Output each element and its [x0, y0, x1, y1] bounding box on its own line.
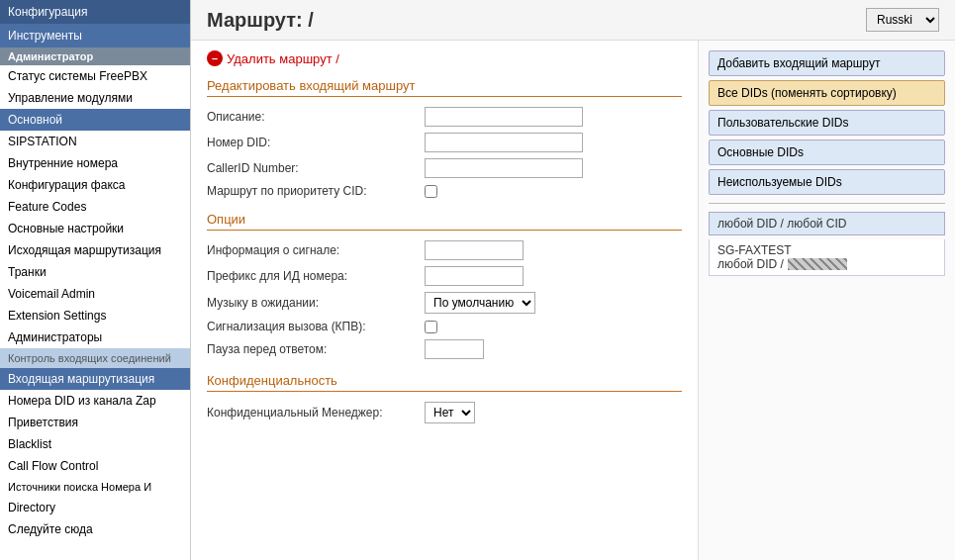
right-panel: Добавить входящий маршрут Все DIDs (поме…	[698, 41, 955, 560]
main-panel: Маршрут: / Russki English – Удалить марш…	[191, 0, 955, 560]
sidebar-item-tools[interactable]: Инструменты	[0, 24, 190, 47]
sidebar-item-blacklist[interactable]: Blacklist	[0, 433, 190, 455]
did-input[interactable]	[425, 133, 583, 152]
all-dids-button[interactable]: Все DIDs (поменять сортировку)	[709, 80, 945, 106]
sidebar-item-zap-did[interactable]: Номера DID из канала Zap	[0, 390, 190, 412]
signal-kpv-row: Сигнализация вызова (КПВ):	[207, 320, 682, 333]
moh-row: Музыку в ожидании: По умолчанию	[207, 292, 682, 314]
page-title: Маршрут: /	[207, 9, 314, 32]
signal-input[interactable]	[425, 240, 524, 260]
callerid-row: CallerID Number:	[207, 158, 682, 178]
privacy-section-title: Конфиденциальность	[207, 373, 682, 392]
description-label: Описание:	[207, 110, 425, 124]
main-dids-button[interactable]: Основные DIDs	[709, 140, 945, 165]
sidebar-item-announcements[interactable]: Приветствия	[0, 412, 190, 433]
sidebar-top: Конфигурация Инструменты	[0, 0, 190, 47]
signal-label: Информация о сигнале:	[207, 243, 425, 257]
signal-kpv-label: Сигнализация вызова (КПВ):	[207, 320, 425, 333]
sidebar-item-inbound-control[interactable]: Контроль входящих соединений	[0, 348, 190, 368]
sidebar-section-admin: Администратор	[0, 47, 190, 65]
sidebar-item-config[interactable]: Конфигурация	[0, 0, 190, 24]
sidebar: Конфигурация Инструменты Администратор С…	[0, 0, 191, 560]
unused-dids-button[interactable]: Неиспользуемые DIDs	[709, 169, 945, 195]
edit-section-title: Редактировать входящий маршрут	[207, 78, 682, 97]
moh-select[interactable]: По умолчанию	[425, 292, 535, 314]
sidebar-item-voicemail[interactable]: Voicemail Admin	[0, 283, 190, 305]
route-item-label: SG-FAXTEST	[717, 243, 792, 257]
signal-row: Информация о сигнале:	[207, 240, 682, 260]
custom-dids-button[interactable]: Пользовательские DIDs	[709, 110, 945, 136]
route-item[interactable]: SG-FAXTEST любой DID /	[709, 239, 945, 276]
sidebar-item-extensions[interactable]: Внутренние номера	[0, 152, 190, 174]
sidebar-item-feature-codes[interactable]: Feature Codes	[0, 196, 190, 218]
sidebar-item-inbound-routing[interactable]: Входящая маршрутизация	[0, 368, 190, 390]
sidebar-item-basic-settings[interactable]: Основные настройки	[0, 218, 190, 239]
prefix-row: Префикс для ИД номера:	[207, 266, 682, 286]
cid-priority-checkbox[interactable]	[425, 185, 437, 198]
pause-label: Пауза перед ответом:	[207, 342, 425, 356]
privacy-manager-label: Конфиденциальный Менеджер:	[207, 406, 425, 420]
route-item-sub: любой DID /	[717, 257, 847, 271]
did-row: Номер DID:	[207, 133, 682, 152]
main-header: Маршрут: / Russki English	[191, 0, 955, 41]
sidebar-item-main[interactable]: Основной	[0, 109, 190, 131]
callerid-label: CallerID Number:	[207, 161, 425, 175]
sidebar-item-outbound-routes[interactable]: Исходящая маршрутизация	[0, 239, 190, 261]
sidebar-item-modules[interactable]: Управление модулями	[0, 87, 190, 109]
moh-label: Музыку в ожидании:	[207, 296, 425, 310]
cid-priority-row: Маршрут по приоритету CID:	[207, 184, 682, 198]
sidebar-item-cid-lookup[interactable]: Источники поиска Номера И	[0, 477, 190, 497]
sidebar-item-sipstation[interactable]: SIPSTATION	[0, 131, 190, 152]
delete-icon: –	[207, 50, 223, 66]
callerid-input[interactable]	[425, 158, 583, 178]
sidebar-item-call-flow[interactable]: Call Flow Control	[0, 455, 190, 477]
panel-divider	[709, 203, 945, 204]
did-label: Номер DID:	[207, 136, 425, 149]
sidebar-item-trunks[interactable]: Транки	[0, 261, 190, 283]
content-area: – Удалить маршрут / Редактировать входящ…	[191, 41, 698, 560]
pause-row: Пауза перед ответом:	[207, 339, 682, 359]
any-did-header: любой DID / любой CID	[709, 212, 945, 235]
privacy-manager-select[interactable]: Нет Да	[425, 402, 475, 423]
main-body: – Удалить маршрут / Редактировать входящ…	[191, 41, 955, 560]
prefix-input[interactable]	[425, 266, 524, 286]
pause-input[interactable]	[425, 339, 484, 359]
options-section-title: Опции	[207, 212, 682, 231]
delete-route-link[interactable]: – Удалить маршрут /	[207, 50, 682, 66]
sidebar-item-fax[interactable]: Конфигурация факса	[0, 174, 190, 196]
privacy-manager-row: Конфиденциальный Менеджер: Нет Да	[207, 402, 682, 423]
description-input[interactable]	[425, 107, 583, 127]
sidebar-item-follow-me[interactable]: Следуйте сюда	[0, 518, 190, 540]
description-row: Описание:	[207, 107, 682, 127]
sidebar-item-admins[interactable]: Администраторы	[0, 327, 190, 348]
language-select[interactable]: Russki English	[866, 8, 939, 32]
cid-priority-label: Маршрут по приоритету CID:	[207, 184, 425, 198]
add-inbound-route-button[interactable]: Добавить входящий маршрут	[709, 50, 945, 76]
signal-kpv-checkbox[interactable]	[425, 321, 437, 333]
sidebar-item-ext-settings[interactable]: Extension Settings	[0, 305, 190, 327]
sidebar-item-directory[interactable]: Directory	[0, 497, 190, 518]
prefix-label: Префикс для ИД номера:	[207, 269, 425, 283]
sidebar-item-status[interactable]: Статус системы FreePBX	[0, 65, 190, 87]
delete-label: Удалить маршрут /	[227, 51, 339, 66]
